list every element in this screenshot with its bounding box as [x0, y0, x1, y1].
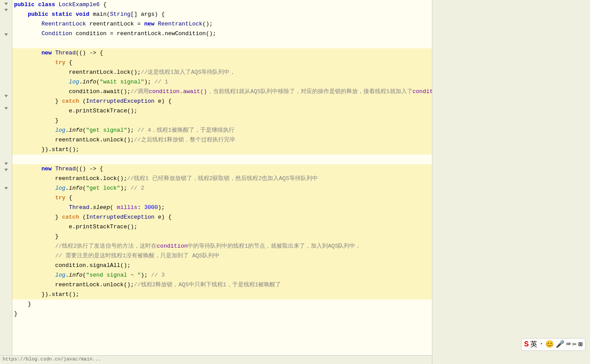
svg-marker-5 [4, 162, 8, 165]
editor-container: public class LockExample6 { public stati… [0, 0, 590, 364]
svg-marker-2 [4, 33, 8, 36]
code-content-29: log.info("send signal ~ "); // 3 [12, 270, 432, 280]
code-content-3: ReentrantLock reentrantLock = new Reentr… [12, 19, 432, 29]
code-content-12: e.printStackTrace(); [12, 106, 432, 116]
gutter-icon-6[interactable] [3, 32, 9, 38]
code-content-23: } catch (InterruptedException e) { [12, 213, 432, 222]
gutter-icon-4 [3, 19, 9, 25]
code-area[interactable]: public class LockExample6 { public stati… [12, 0, 432, 364]
code-content-4: Condition condition = reentrantLock.newC… [12, 29, 432, 39]
mic-icon[interactable]: 🎤 [556, 340, 565, 349]
code-content-30: reentrantLock.unlock();//线程2释放锁，AQS中只剩下线… [12, 280, 432, 290]
code-line-17 [12, 155, 432, 164]
gutter-icon-30 [3, 179, 9, 185]
code-line-31: }).start(); [12, 290, 432, 299]
code-line-25: } [12, 232, 432, 241]
dot-icon[interactable]: · [539, 340, 543, 349]
gutter-icon-14 [3, 81, 9, 87]
code-line-32: } [12, 299, 432, 309]
gutter-icon-18[interactable] [3, 105, 9, 112]
gutter-icon-28[interactable] [3, 167, 9, 173]
code-line-2: public static void main(String[] args) { [12, 10, 432, 19]
code-line-33: } [12, 309, 432, 319]
svg-marker-6 [4, 169, 8, 171]
code-line-7: try { [12, 58, 432, 68]
gutter-icon-21 [3, 124, 9, 130]
code-content-5 [12, 39, 432, 48]
code-line-10: condition.await();//调用condition.await()，… [12, 87, 432, 97]
svg-marker-1 [4, 9, 8, 11]
gutter-icon-25 [3, 148, 9, 155]
gutter-icon-12 [3, 68, 9, 75]
gutter-icon-11 [3, 62, 9, 68]
extra-icon[interactable]: ⊞ [578, 340, 583, 349]
code-content-25: } [12, 232, 432, 241]
gutter-icon-3 [3, 13, 9, 19]
gutter-icon-16[interactable] [3, 93, 9, 99]
gutter-icon-29 [3, 173, 9, 179]
code-content-7: try { [12, 58, 432, 68]
en-label[interactable]: 英 [530, 340, 537, 349]
code-line-16: }).start(); [12, 145, 432, 155]
code-content-28: condition.signalAll(); [12, 261, 432, 270]
code-line-1: public class LockExample6 { [12, 0, 432, 10]
gutter-icon-2[interactable] [3, 7, 9, 13]
gutter-icon-9 [3, 50, 9, 56]
code-content-2: public static void main(String[] args) { [12, 10, 432, 19]
code-content-26: //线程2执行了发送信号的方法，这时在condition中的等待队列中的线程1的… [12, 241, 432, 251]
code-content-17 [12, 155, 432, 164]
code-line-14: log.info("get signal"); // 4，线程1被唤醒了，于是继… [12, 126, 432, 135]
code-content-24: e.printStackTrace(); [12, 222, 432, 232]
keyboard-icon[interactable]: ⌨ [566, 340, 571, 349]
gutter-icon-15 [3, 87, 9, 93]
code-line-24: e.printStackTrace(); [12, 222, 432, 232]
code-content-8: reentrantLock.lock();//这是线程1加入了AQS等待队列中， [12, 68, 432, 77]
emoji-icon[interactable]: 😊 [545, 340, 554, 349]
code-line-4: Condition condition = reentrantLock.newC… [12, 29, 432, 39]
code-content-18: new Thread(() -> { [12, 164, 432, 174]
code-content-21: try { [12, 193, 432, 203]
code-line-28: condition.signalAll(); [12, 261, 432, 270]
gutter-icon-8 [3, 44, 9, 50]
code-content-9: log.info("wait signal"); // 1 [12, 77, 432, 87]
code-content-33: } [12, 309, 432, 319]
code-content-11: } catch (InterruptedException e) { [12, 97, 432, 106]
code-line-27: // 需要注意的是这时线程1没有被唤醒，只是加到了 AQS队列中 [12, 251, 432, 261]
code-line-30: reentrantLock.unlock();//线程2释放锁，AQS中只剩下线… [12, 280, 432, 290]
code-line-6: new Thread(() -> { [12, 48, 432, 58]
code-content-32: } [12, 299, 432, 309]
code-line-12: e.printStackTrace(); [12, 106, 432, 116]
gutter-icon-27[interactable] [3, 161, 9, 167]
code-line-3: ReentrantLock reentrantLock = new Reentr… [12, 19, 432, 29]
code-line-23: } catch (InterruptedException e) { [12, 213, 432, 222]
code-content-13: } [12, 116, 432, 126]
gutter-icon-1[interactable] [3, 1, 9, 7]
code-content-6: new Thread(() -> { [12, 48, 432, 58]
code-line-18: new Thread(() -> { [12, 164, 432, 174]
code-content-15: reentrantLock.unlock();//之后线程1释放锁，整个过程执行… [12, 135, 432, 145]
scissor-icon[interactable]: ✂ [572, 340, 577, 349]
gutter-icon-32 [3, 191, 9, 198]
code-line-26: //线程2执行了发送信号的方法，这时在condition中的等待队列中的线程1的… [12, 241, 432, 251]
gutter-icon-20 [3, 118, 9, 124]
code-line-13: } [12, 116, 432, 126]
code-line-15: reentrantLock.unlock();//之后线程1释放锁，整个过程执行… [12, 135, 432, 145]
code-line-20: log.info("get lock"); // 2 [12, 184, 432, 193]
code-line-19: reentrantLock.lock();//线程1 已经释放放锁了，线程2获取… [12, 174, 432, 184]
svg-marker-3 [4, 95, 8, 97]
gutter-icon-33 [3, 198, 9, 204]
s-icon[interactable]: S [524, 340, 529, 349]
code-content-1: public class LockExample6 { [12, 0, 432, 10]
code-line-8: reentrantLock.lock();//这是线程1加入了AQS等待队列中， [12, 68, 432, 77]
gutter-icon-17 [3, 99, 9, 105]
gutter-icon-31[interactable] [3, 185, 9, 191]
svg-marker-4 [4, 107, 8, 110]
code-line-11: } catch (InterruptedException e) { [12, 97, 432, 106]
input-toolbar[interactable]: S 英 · 😊 🎤 ⌨ ✂ ⊞ [521, 338, 586, 351]
svg-marker-0 [4, 3, 8, 5]
gutter-icon-22 [3, 130, 9, 136]
code-line-29: log.info("send signal ~ "); // 3 [12, 270, 432, 280]
gutter-icon-23 [3, 136, 9, 142]
code-line-9: log.info("wait signal"); // 1 [12, 77, 432, 87]
code-content-20: log.info("get lock"); // 2 [12, 184, 432, 193]
